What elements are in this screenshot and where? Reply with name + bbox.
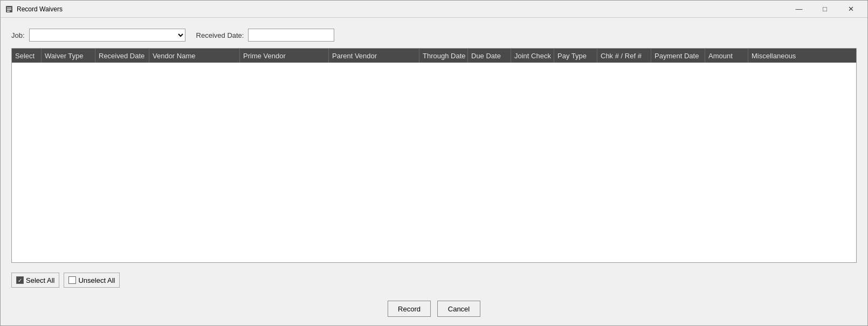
col-header-prime-vendor[interactable]: Prime Vendor bbox=[240, 49, 329, 63]
col-header-payment-date[interactable]: Payment Date bbox=[651, 49, 705, 63]
title-bar-controls: — □ ✕ bbox=[787, 1, 863, 17]
footer: Record Cancel bbox=[1, 296, 867, 325]
select-all-checkbox-icon bbox=[16, 276, 24, 284]
col-header-due-date[interactable]: Due Date bbox=[468, 49, 511, 63]
received-date-field: Received Date: bbox=[196, 29, 335, 42]
received-date-input[interactable] bbox=[248, 29, 334, 42]
col-header-select[interactable]: Select bbox=[12, 49, 42, 63]
table-body bbox=[12, 63, 856, 262]
col-header-amount[interactable]: Amount bbox=[705, 49, 748, 63]
svg-rect-3 bbox=[7, 11, 10, 12]
content-area: Job: Received Date: Select Waiver Type R… bbox=[1, 18, 867, 296]
waivers-table: Select Waiver Type Received Date Vendor … bbox=[11, 48, 857, 263]
received-date-label: Received Date: bbox=[196, 31, 244, 39]
cancel-button[interactable]: Cancel bbox=[437, 301, 480, 317]
window-title: Record Waivers bbox=[17, 5, 63, 13]
svg-rect-1 bbox=[7, 8, 11, 9]
title-bar-left: Record Waivers bbox=[5, 5, 63, 13]
col-header-received-date[interactable]: Received Date bbox=[95, 49, 149, 63]
col-header-pay-type[interactable]: Pay Type bbox=[554, 49, 597, 63]
col-header-joint-check[interactable]: Joint Check bbox=[511, 49, 554, 63]
bottom-actions: Select All Unselect All bbox=[11, 269, 857, 291]
job-select[interactable] bbox=[29, 29, 185, 42]
record-button[interactable]: Record bbox=[388, 301, 431, 317]
col-header-miscellaneous[interactable]: Miscellaneous bbox=[748, 49, 856, 63]
record-waivers-window: Record Waivers — □ ✕ Job: Received Date:… bbox=[0, 0, 868, 326]
col-header-chk-ref[interactable]: Chk # / Ref # bbox=[597, 49, 651, 63]
close-button[interactable]: ✕ bbox=[838, 1, 863, 17]
select-all-label: Select All bbox=[26, 276, 54, 284]
col-header-through-date[interactable]: Through Date bbox=[419, 49, 468, 63]
maximize-button[interactable]: □ bbox=[812, 1, 837, 17]
svg-rect-2 bbox=[7, 9, 11, 10]
table-header: Select Waiver Type Received Date Vendor … bbox=[12, 49, 856, 63]
col-header-waiver-type[interactable]: Waiver Type bbox=[42, 49, 95, 63]
col-header-vendor-name[interactable]: Vendor Name bbox=[149, 49, 240, 63]
title-bar: Record Waivers — □ ✕ bbox=[1, 1, 867, 18]
job-label: Job: bbox=[11, 31, 25, 39]
unselect-all-checkbox-icon bbox=[68, 276, 76, 284]
job-field: Job: bbox=[11, 29, 185, 42]
unselect-all-label: Unselect All bbox=[78, 276, 115, 284]
col-header-parent-vendor[interactable]: Parent Vendor bbox=[329, 49, 419, 63]
form-row: Job: Received Date: bbox=[11, 29, 857, 42]
app-icon bbox=[5, 5, 13, 13]
select-all-button[interactable]: Select All bbox=[11, 273, 59, 288]
unselect-all-button[interactable]: Unselect All bbox=[64, 273, 120, 288]
minimize-button[interactable]: — bbox=[787, 1, 811, 17]
